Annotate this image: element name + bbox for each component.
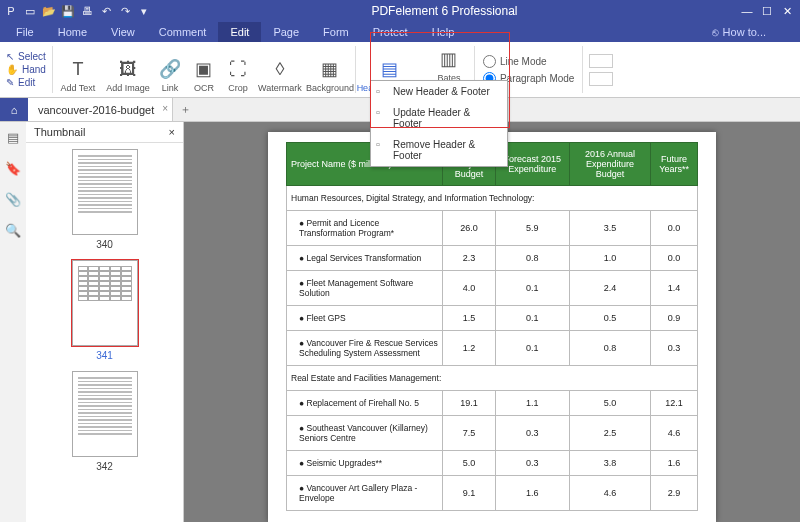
home-tab-button[interactable]: ⌂ [0, 98, 28, 121]
window-minimize[interactable]: — [738, 3, 756, 19]
pdf-page: Project Name ($ millions) Total Project … [268, 132, 716, 522]
menu-help[interactable]: Help [420, 22, 467, 42]
thumb-340[interactable]: 340 [72, 149, 138, 250]
menu-home[interactable]: Home [46, 22, 99, 42]
document-tab[interactable]: vancouver-2016-budget × [28, 98, 173, 121]
table-row: ● Seismic Upgrades**5.00.33.81.6 [287, 451, 698, 476]
menu-view[interactable]: View [99, 22, 147, 42]
add-text-button[interactable]: TAdd Text [53, 42, 103, 97]
background-icon: ▦ [319, 58, 341, 80]
background-button[interactable]: ▦Background [305, 42, 355, 97]
add-image-button[interactable]: 🖼Add Image [103, 42, 153, 97]
close-tab-icon[interactable]: × [162, 103, 168, 114]
table-row: ● Vancouver Art Gallery Plaza - Envelope… [287, 476, 698, 511]
thumb-341[interactable]: 341 [72, 260, 138, 361]
side-iconbar: ▤ 🔖 📎 🔍 [0, 122, 26, 522]
thumbnail-panel: Thumbnail × 340 341 342 [26, 122, 184, 522]
th-future: Future Years** [651, 143, 698, 186]
close-panel-icon[interactable]: × [169, 126, 175, 138]
crop-button[interactable]: ⛶Crop [221, 42, 255, 97]
watermark-button[interactable]: ◊Watermark [255, 42, 305, 97]
qat-undo-icon[interactable]: ↶ [99, 4, 113, 18]
tool-select[interactable]: ↖Select [6, 51, 46, 62]
image-icon: 🖼 [117, 58, 139, 80]
table-row: ● Legal Services Transformation2.30.81.0… [287, 246, 698, 271]
qat-save-icon[interactable]: 💾 [61, 4, 75, 18]
search-icon[interactable]: 🔍 [5, 223, 21, 238]
qat-more-icon[interactable]: ▾ [137, 4, 151, 18]
table-row: ● Southeast Vancouver (Killarney) Senior… [287, 416, 698, 451]
bookmark-icon[interactable]: 🔖 [5, 161, 21, 176]
window-close[interactable]: ✕ [778, 3, 796, 19]
window-maximize[interactable]: ☐ [758, 3, 776, 19]
pencil-icon: ✎ [6, 77, 14, 88]
view-option-1[interactable] [589, 54, 613, 68]
thumbnails-icon[interactable]: ▤ [7, 130, 19, 145]
watermark-icon: ◊ [269, 58, 291, 80]
ocr-icon: ▣ [193, 58, 215, 80]
ocr-button[interactable]: ▣OCR [187, 42, 221, 97]
new-tab-button[interactable]: ＋ [173, 98, 197, 121]
bates-icon: ▥ [438, 48, 460, 70]
qat-open-icon[interactable]: 📂 [42, 4, 56, 18]
table-section: Real Estate and Facilities Management: [287, 366, 698, 391]
table-section: Human Resources, Digital Strategy, and I… [287, 186, 698, 211]
qat-print-icon[interactable]: 🖶 [80, 4, 94, 18]
dropdown-update[interactable]: Update Header & Footer [371, 102, 507, 134]
dropdown-new[interactable]: New Header & Footer [371, 81, 507, 102]
thumb-342[interactable]: 342 [72, 371, 138, 472]
menu-edit[interactable]: Edit [218, 22, 261, 42]
hand-icon: ✋ [6, 64, 18, 75]
menu-file[interactable]: File [4, 22, 46, 42]
menu-page[interactable]: Page [261, 22, 311, 42]
link-button[interactable]: 🔗Link [153, 42, 187, 97]
tool-edit[interactable]: ✎Edit [6, 77, 35, 88]
menubar: File Home View Comment Edit Page Form Pr… [0, 22, 800, 42]
line-mode-radio[interactable]: Line Mode [483, 55, 575, 68]
qat-redo-icon[interactable]: ↷ [118, 4, 132, 18]
tool-hand[interactable]: ✋Hand [6, 64, 46, 75]
thumbnail-title: Thumbnail [34, 126, 85, 138]
text-icon: T [67, 58, 89, 80]
table-row: ● Permit and Licence Transformation Prog… [287, 211, 698, 246]
header-footer-icon: ▤ [379, 58, 401, 80]
attachment-icon[interactable]: 📎 [5, 192, 21, 207]
menu-form[interactable]: Form [311, 22, 361, 42]
qat-new-icon[interactable]: ▭ [23, 4, 37, 18]
home-icon: ⌂ [11, 104, 18, 116]
dropdown-remove[interactable]: Remove Header & Footer [371, 134, 507, 166]
table-row: ● Fleet Management Software Solution4.00… [287, 271, 698, 306]
table-row: ● Replacement of Firehall No. 519.11.15.… [287, 391, 698, 416]
crop-icon: ⛶ [227, 58, 249, 80]
page-canvas[interactable]: Project Name ($ millions) Total Project … [184, 122, 800, 522]
menu-comment[interactable]: Comment [147, 22, 219, 42]
table-row: ● Fleet GPS1.50.10.50.9 [287, 306, 698, 331]
header-footer-dropdown: New Header & Footer Update Header & Foot… [370, 80, 508, 167]
data-table: Project Name ($ millions) Total Project … [286, 142, 698, 511]
table-row: ● Vancouver Fire & Rescue Services Sched… [287, 331, 698, 366]
view-option-2[interactable] [589, 72, 613, 86]
link-icon: 🔗 [159, 58, 181, 80]
th-2016: 2016 Annual Expenditure Budget [570, 143, 651, 186]
app-logo-icon: P [4, 4, 18, 18]
app-title: PDFelement 6 Professional [151, 4, 738, 18]
location-icon: ⎋ [712, 26, 719, 38]
arrow-icon: ↖ [6, 51, 14, 62]
how-to-link[interactable]: ⎋How to... [712, 26, 796, 38]
menu-protect[interactable]: Protect [361, 22, 420, 42]
